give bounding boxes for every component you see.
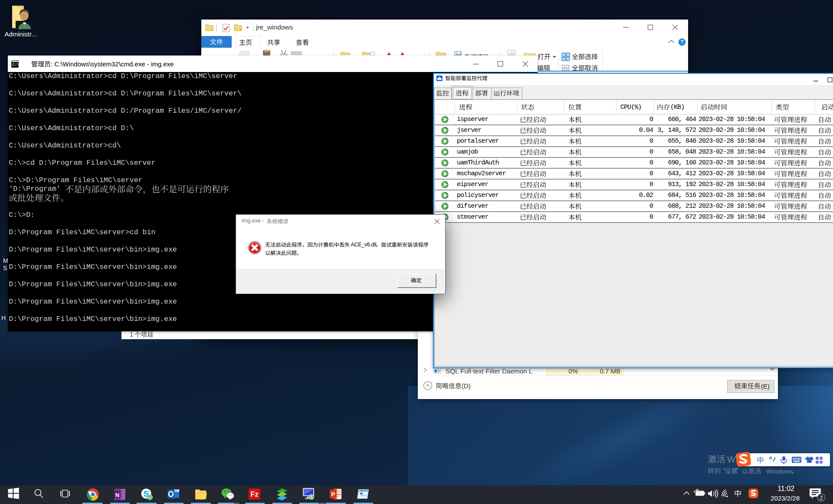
svg-text:P: P	[331, 491, 335, 497]
svg-text:Fz: Fz	[251, 491, 259, 498]
svg-text:2: 2	[820, 494, 823, 501]
svg-text:N: N	[115, 492, 119, 498]
